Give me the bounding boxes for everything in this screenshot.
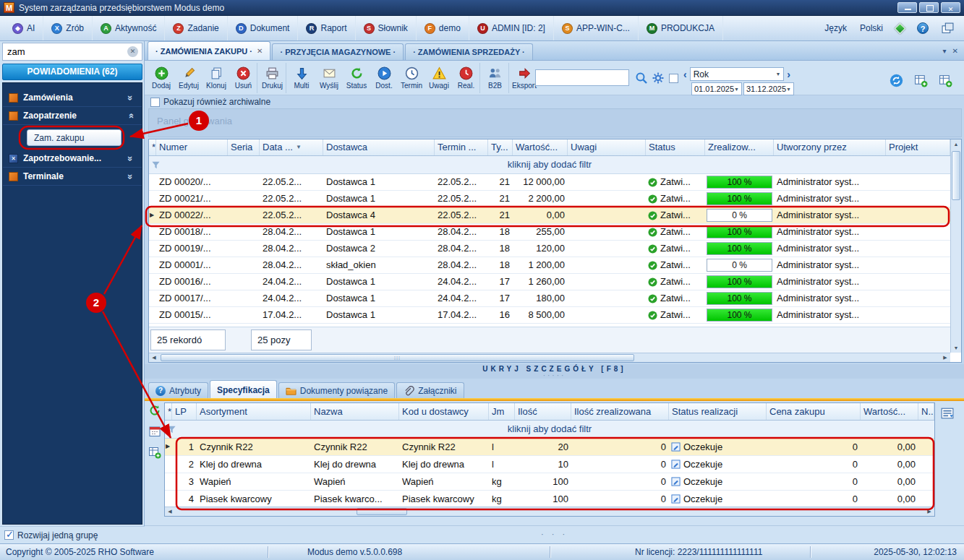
group-by-panel[interactable]: Panel grupowania [148, 108, 962, 137]
horizontal-scrollbar[interactable] [165, 507, 934, 516]
refresh-icon[interactable] [148, 404, 161, 417]
toolbar-button-klonuj[interactable]: Klonuj [202, 63, 230, 93]
ribbon-item[interactable]: ◆ AI [4, 16, 43, 40]
column-header-uwagi[interactable]: Uwagi [568, 139, 646, 155]
order-row[interactable]: ZD 00021/... 22.05.2... Dostawca 1 22.05… [149, 191, 950, 207]
status-diamond-icon[interactable] [895, 22, 906, 34]
sidebar-group-zamowienia[interactable]: Zamówienia [3, 89, 142, 107]
windows-icon[interactable] [942, 22, 954, 34]
column-header-status[interactable]: Status [646, 139, 705, 155]
toolbar-button-status[interactable]: Status [343, 63, 370, 93]
order-row[interactable]: ZD 00017/... 24.04.2... Dostawca 1 24.04… [149, 290, 950, 307]
order-row[interactable]: ZD 00018/... 28.04.2... Dostawca 1 28.04… [149, 224, 950, 241]
column-header-ilosc[interactable]: Ilość [515, 403, 571, 420]
ribbon-item[interactable]: R Raport [298, 16, 355, 40]
ribbon-item[interactable]: D Dokument [228, 16, 299, 40]
minimize-button[interactable] [897, 2, 917, 13]
expand-one-group-checkbox[interactable] [4, 530, 14, 540]
ribbon-item[interactable]: F demo [417, 16, 469, 40]
order-row[interactable]: ZD 00001/... 28.04.2... skład_okien 28.0… [149, 257, 950, 274]
detail-tab-zalaczniki[interactable]: Załączniki [396, 382, 464, 399]
tab-list-chevron-icon[interactable]: ▾ [943, 47, 947, 55]
sidebar-item-zam-zakupu[interactable]: Zam. zakupu [27, 129, 121, 146]
tab-close-icon[interactable] [257, 47, 263, 55]
bottom-splitter[interactable] [145, 525, 964, 543]
search-icon[interactable] [635, 72, 648, 85]
toolbar-button-drukuj[interactable]: Drukuj [259, 63, 286, 93]
clear-search-icon[interactable] [127, 46, 138, 57]
specification-row[interactable]: 1 Czynnik R22 Czynnik R22 Czynnik R22 l … [165, 439, 934, 456]
period-next-button[interactable] [787, 68, 790, 81]
column-chooser-icon[interactable] [941, 407, 954, 420]
column-header-nazwa[interactable]: Nazwa [311, 403, 399, 420]
order-row[interactable]: ZD 00019/... 28.04.2... Dostawca 2 28.04… [149, 241, 950, 257]
grid-add-icon[interactable] [939, 74, 952, 87]
notifications-button[interactable]: POWIADOMIENIA (62) [2, 64, 142, 80]
show-archive-checkbox[interactable] [150, 98, 160, 107]
ribbon-item[interactable]: S APP-WIN-C... [554, 16, 639, 40]
column-header-projekt[interactable]: Projekt [886, 139, 950, 155]
column-header-cena-zakupu[interactable]: Cena zakupu [767, 403, 861, 420]
language-value[interactable]: Polski [860, 23, 883, 33]
orders-filter-row[interactable]: kliknij aby dodać filtr [149, 156, 950, 174]
horizontal-scrollbar[interactable] [149, 353, 950, 362]
column-header-tydzien[interactable]: Ty... [488, 139, 513, 155]
column-header-status-realizacji[interactable]: Status realizacji [669, 403, 767, 420]
column-header-ilosc-zrealizowana[interactable]: Ilość zrealizowana [571, 403, 669, 420]
toolbar-button-multi[interactable]: Multi [288, 63, 315, 93]
toolbar-button-b2b[interactable]: B2B [482, 63, 509, 93]
date-to-select[interactable]: 31.12.2025 [743, 82, 794, 95]
scrollbar-thumb[interactable] [357, 508, 407, 515]
toolbar-button-dodaj[interactable]: Dodaj [148, 63, 175, 93]
ribbon-item[interactable]: U ADMIN [ID: 2] [469, 16, 554, 40]
order-row[interactable]: ZD 00015/... 17.04.2... Dostawca 1 17.04… [149, 307, 950, 324]
scroll-left-arrow[interactable] [165, 507, 175, 516]
scroll-up-arrow[interactable] [951, 139, 961, 149]
column-header-seria[interactable]: Seria [228, 139, 260, 155]
ribbon-item[interactable]: S Słownik [356, 16, 417, 40]
scroll-down-arrow[interactable] [951, 343, 961, 353]
toolbar-button-dost[interactable]: Dost. [370, 63, 398, 93]
toolbar-button-wyslij[interactable]: Wyślij [315, 63, 343, 93]
grid-search-input[interactable] [535, 69, 629, 86]
help-icon[interactable]: ? [917, 22, 929, 34]
column-header-numer[interactable]: Numer [156, 139, 228, 155]
detail-tab-dokumenty-powiazane[interactable]: Dokumenty powiązane [278, 382, 395, 399]
column-header-dostawca[interactable]: Dostawca [323, 139, 435, 155]
date-from-select[interactable]: 01.01.2025 [691, 82, 742, 95]
specification-row[interactable]: 3 Wapień Wapień Wapień kg 100 0 Oczekuje [165, 473, 934, 491]
detail-tab-specyfikacja[interactable]: Specyfikacja [210, 380, 277, 399]
column-header-wartosc[interactable]: Wartość... [513, 139, 568, 155]
sidebar-search-input[interactable] [3, 46, 127, 57]
column-header-jm[interactable]: Jm [489, 403, 515, 420]
calendar-icon[interactable] [148, 425, 161, 438]
column-header-cut[interactable]: N... [918, 403, 934, 420]
column-header-zrealizowano[interactable]: Zrealizow... [705, 139, 774, 155]
sidebar-group-zapotrzebowanie[interactable]: Zapotrzebowanie... [3, 150, 142, 168]
specification-filter-row[interactable]: kliknij aby dodać filtr [165, 421, 934, 439]
sync-icon[interactable] [890, 74, 903, 87]
ribbon-item[interactable]: A Aktywność [93, 16, 165, 40]
column-header-data[interactable]: Data ... [260, 139, 323, 155]
ribbon-item[interactable]: Z Zadanie [165, 16, 227, 40]
toolbar-button-real[interactable]: Real. [453, 63, 480, 93]
filter-option-checkbox[interactable] [669, 74, 678, 83]
column-header-asortyment[interactable]: Asortyment [197, 403, 311, 420]
specification-row[interactable]: 2 Klej do drewna Klej do drewna Klej do … [165, 456, 934, 473]
scroll-right-arrow[interactable] [924, 507, 934, 516]
sidebar-group-zaopatrzenie[interactable]: Zaopatrzenie [3, 107, 142, 125]
column-header-termin[interactable]: Termin ... [435, 139, 488, 155]
column-header-wartosc[interactable]: Wartość... [861, 403, 918, 420]
period-prev-button[interactable] [683, 68, 687, 81]
order-row[interactable]: ZD 00022/... 22.05.2... Dostawca 4 22.05… [149, 207, 950, 224]
details-splitter[interactable]: UKRYJ SZCZEGÓŁY [F8] [145, 364, 964, 379]
gear-icon[interactable] [652, 72, 665, 85]
tabbar-close-icon[interactable]: ✕ [952, 47, 958, 55]
ribbon-item[interactable]: X Zrób [43, 16, 93, 40]
scrollbar-thumb[interactable] [161, 354, 634, 361]
toolbar-button-edytuj[interactable]: Edytuj [175, 63, 202, 93]
ribbon-item[interactable]: M PRODUKCJA [639, 16, 723, 40]
scroll-right-arrow[interactable] [940, 353, 950, 362]
column-header-utworzony[interactable]: Utworzony przez [774, 139, 886, 155]
tab-przyjecia-magazynowe[interactable]: · PRZYJĘCIA MAGAZYNOWE · [272, 43, 404, 60]
